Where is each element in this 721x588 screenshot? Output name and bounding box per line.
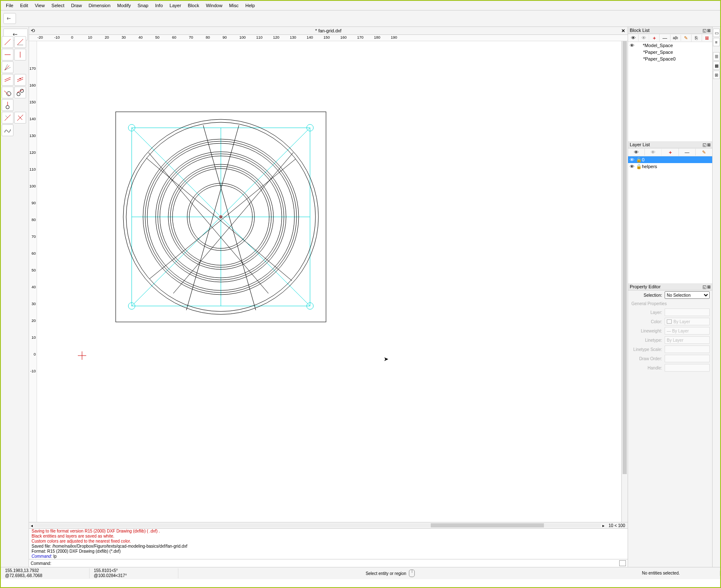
menu-misc[interactable]: Misc: [226, 3, 242, 8]
undock-icon[interactable]: ◱: [702, 285, 706, 289]
status-selection: No entities selected.: [602, 571, 720, 576]
block-add-icon[interactable]: ＋: [649, 34, 660, 42]
dock-tab-icon[interactable]: ▭: [713, 29, 720, 37]
block-item[interactable]: *Paper_Space0: [628, 55, 712, 62]
menu-modify[interactable]: Modify: [114, 3, 134, 8]
undock-icon[interactable]: ◱: [702, 28, 706, 33]
console-line: Saving to file format version R15 (2000)…: [32, 529, 625, 534]
block-list-header: Block List ◱⊠: [628, 27, 712, 34]
layer-list[interactable]: 👁🔓0 👁🔒helpers: [628, 156, 712, 283]
command-input[interactable]: [53, 560, 619, 567]
layer-visibility-icon[interactable]: 👁: [628, 149, 645, 156]
line-vertical-tool[interactable]: [14, 49, 26, 61]
line-horizontal-tool[interactable]: [2, 49, 13, 61]
dock-tab-icon[interactable]: ⊞: [713, 71, 720, 79]
line-relative-tool[interactable]: [2, 112, 13, 124]
menu-layer[interactable]: Layer: [166, 3, 185, 8]
layer-remove-icon[interactable]: —: [679, 149, 696, 156]
lineweight-field[interactable]: — By Layer: [665, 327, 710, 335]
block-visibility-icon[interactable]: 👁: [628, 34, 639, 41]
block-insert-icon[interactable]: ⎘: [692, 34, 702, 41]
property-editor: Selection: No Selection General Properti…: [628, 290, 712, 567]
console-line: Format: R15 (2000) DXF Drawing (dxflib) …: [32, 549, 625, 554]
close-tab-icon[interactable]: ✕: [621, 28, 625, 34]
linetype-scale-field[interactable]: [665, 345, 710, 353]
line-freehand-tool[interactable]: [2, 124, 13, 136]
line-tangent-pc-tool[interactable]: [2, 87, 13, 98]
close-panel-icon[interactable]: ⊠: [707, 142, 710, 147]
menu-edit[interactable]: Edit: [17, 3, 32, 8]
svg-line-54: [203, 125, 256, 310]
undock-icon[interactable]: ◱: [702, 142, 706, 147]
console-line: Saved file: /home/nailxx/Dropbox/Figuro/…: [32, 544, 625, 549]
menu-snap[interactable]: Snap: [134, 3, 152, 8]
menu-file[interactable]: File: [3, 3, 17, 8]
command-history-dropdown[interactable]: [619, 560, 626, 566]
svg-line-1: [17, 39, 23, 45]
drawing-canvas[interactable]: ➤: [37, 41, 621, 522]
menu-info[interactable]: Info: [152, 3, 166, 8]
menu-bar[interactable]: File Edit View Select Draw Dimension Mod…: [1, 1, 720, 11]
menu-help[interactable]: Help: [242, 3, 258, 8]
block-remove-icon[interactable]: —: [660, 34, 670, 41]
block-item[interactable]: *Paper_Space: [628, 49, 712, 55]
horizontal-scrollbar[interactable]: ◂ ▸ 10 < 100: [29, 522, 628, 528]
layer-item[interactable]: 👁🔓0: [628, 156, 712, 163]
layer-item[interactable]: 👁🔒helpers: [628, 163, 712, 170]
reset-tool-button[interactable]: [3, 13, 16, 24]
menu-select[interactable]: Select: [48, 3, 68, 8]
menu-dimension[interactable]: Dimension: [85, 3, 114, 8]
mouse-icon: [409, 570, 415, 577]
menu-block[interactable]: Block: [185, 3, 203, 8]
block-freeze-icon[interactable]: 👁: [639, 34, 649, 41]
console-line: Custom colors are adjusted to the neares…: [32, 539, 625, 544]
vertical-scrollbar[interactable]: [621, 41, 628, 522]
status-rel-coords: @72.6983,-68.7068: [5, 573, 85, 578]
zoom-indicator: 10 < 100: [606, 523, 628, 528]
block-close-icon[interactable]: ⊠: [702, 34, 712, 42]
layer-freeze-icon[interactable]: 👁: [645, 149, 662, 156]
block-list-toolbar: 👁 👁 ＋ — a|b ✎ ⎘ ⊠: [628, 34, 712, 42]
svg-line-5: [5, 66, 9, 70]
line-orthogonal-tool[interactable]: [2, 99, 13, 111]
selection-dropdown[interactable]: No Selection: [665, 291, 710, 299]
line-tool[interactable]: [2, 36, 13, 48]
line-parallel-tool[interactable]: [2, 74, 13, 86]
line-parallel-through-tool[interactable]: [14, 74, 26, 86]
line-angle-tool[interactable]: [14, 36, 26, 48]
color-field[interactable]: By Layer: [665, 318, 710, 325]
dock-tab-icon[interactable]: ☰: [713, 52, 720, 61]
svg-line-0: [5, 39, 11, 45]
refresh-icon[interactable]: ⟲: [31, 28, 35, 34]
block-rename-icon[interactable]: a|b: [671, 35, 681, 41]
status-relpolar-coords: @100.0284<317°: [94, 573, 174, 578]
property-editor-header: Property Editor ◱⊠: [628, 283, 712, 290]
block-list[interactable]: 👁*Model_Space *Paper_Space *Paper_Space0: [628, 42, 712, 141]
command-line[interactable]: Command:: [29, 559, 628, 567]
status-polar-coords: 155.8101<5°: [94, 568, 174, 573]
document-tabs: ⟲ * fan-grid.dxf ✕: [29, 27, 628, 35]
line-perpendicular-tool[interactable]: [14, 112, 26, 124]
close-panel-icon[interactable]: ⊠: [707, 28, 710, 33]
menu-view[interactable]: View: [32, 3, 48, 8]
svg-point-13: [17, 92, 20, 96]
block-edit-icon[interactable]: ✎: [681, 34, 692, 42]
command-history: Saving to file format version R15 (2000)…: [29, 528, 628, 559]
line-bisector-tool[interactable]: [2, 61, 13, 73]
dock-tab-icon[interactable]: ≡: [713, 38, 720, 46]
close-panel-icon[interactable]: ⊠: [707, 285, 710, 289]
menu-window[interactable]: Window: [202, 3, 225, 8]
status-hint: Select entity or region: [366, 571, 406, 576]
menu-draw[interactable]: Draw: [68, 3, 85, 8]
layer-edit-icon[interactable]: ✎: [696, 149, 712, 156]
draw-order-field[interactable]: [665, 355, 710, 362]
handle-field[interactable]: [665, 364, 710, 372]
dock-tab-icon[interactable]: ▦: [713, 61, 720, 70]
layer-field[interactable]: [665, 309, 710, 316]
block-item[interactable]: 👁*Model_Space: [628, 42, 712, 49]
main-toolbar: [1, 11, 720, 27]
layer-add-icon[interactable]: ＋: [662, 148, 679, 156]
line-tangent-cc-tool[interactable]: [14, 87, 26, 98]
linetype-field[interactable]: By Layer: [665, 336, 710, 344]
layer-list-toolbar: 👁 👁 ＋ — ✎: [628, 148, 712, 156]
